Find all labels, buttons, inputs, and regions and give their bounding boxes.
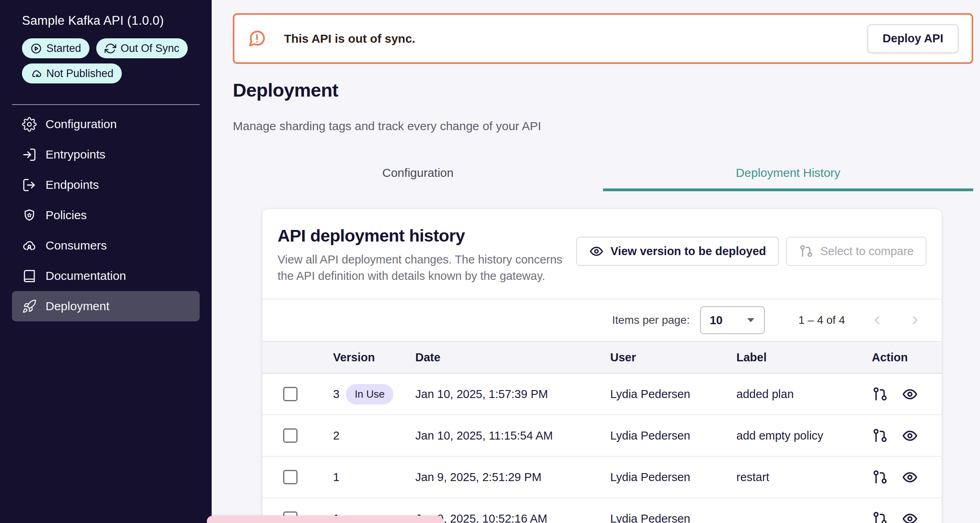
compare-icon[interactable] <box>872 428 888 444</box>
badge-label: Not Published <box>46 67 113 80</box>
compare-icon[interactable] <box>872 386 888 402</box>
row-checkbox[interactable] <box>283 387 298 401</box>
version-number: 3 <box>333 388 339 401</box>
deployment-user: Lydia Pedersen <box>610 388 736 401</box>
api-title: Sample Kafka API (1.0.0) <box>22 14 212 28</box>
dropdown-arrow-icon <box>746 317 755 323</box>
entry-arrow-icon <box>22 147 37 162</box>
gear-icon <box>22 117 37 132</box>
deployment-date: Jan 9, 2025, 2:51:29 PM <box>415 471 610 484</box>
version-number: 2 <box>333 429 339 442</box>
deployment-user: Lydia Pedersen <box>610 471 736 484</box>
table-row: 3In UseJan 10, 2025, 1:57:39 PMLydia Ped… <box>262 374 942 415</box>
eye-icon <box>589 244 604 259</box>
col-user: User <box>610 351 736 364</box>
alert-bubble-icon <box>248 29 266 48</box>
deployment-history-card: API deployment history View all API depl… <box>262 209 942 523</box>
sidebar-item-documentation[interactable]: Documentation <box>12 261 200 291</box>
chevron-left-icon[interactable] <box>871 313 883 327</box>
api-status-badge: Started <box>22 38 89 58</box>
col-version: Version <box>333 351 415 364</box>
deployment-user: Lydia Pedersen <box>610 429 736 442</box>
page-title: Deployment <box>233 79 973 101</box>
table-row: 1Jan 9, 2025, 2:51:29 PMLydia Pedersenre… <box>262 457 942 498</box>
sidebar-item-label: Deployment <box>46 299 109 313</box>
deployment-date: Jan 9, 2025, 10:52:16 AM <box>415 512 610 523</box>
tab-configuration[interactable]: Configuration <box>233 157 603 191</box>
table-header: Version Date User Label Action <box>262 341 942 374</box>
sidebar-item-label: Endpoints <box>46 178 99 192</box>
notification-toast <box>207 516 443 523</box>
row-checkbox[interactable] <box>283 470 298 484</box>
view-version-button[interactable]: View version to be deployed <box>576 237 779 266</box>
sidebar-item-endpoints[interactable]: Endpoints <box>12 170 200 200</box>
col-action: Action <box>872 351 942 364</box>
sidebar-item-deployment[interactable]: Deployment <box>12 291 200 321</box>
sidebar-item-policies[interactable]: Policies <box>12 200 200 230</box>
deployment-date: Jan 10, 2025, 11:15:54 AM <box>415 429 610 442</box>
compare-icon[interactable] <box>872 469 888 485</box>
deploy-api-button[interactable]: Deploy API <box>867 24 958 53</box>
sidebar-item-label: Policies <box>46 208 87 222</box>
pagination-bar: Items per page: 10 1 – 4 of 4 <box>262 299 942 341</box>
version-number: 1 <box>333 471 339 484</box>
card-title: API deployment history <box>278 226 576 246</box>
eye-icon[interactable] <box>902 386 918 402</box>
badge-label: Started <box>46 42 81 55</box>
eye-icon[interactable] <box>902 469 918 485</box>
api-status-badge: Out Of Sync <box>96 38 188 58</box>
table-body: 3In UseJan 10, 2025, 1:57:39 PMLydia Ped… <box>262 374 942 523</box>
rocket-icon <box>22 299 37 314</box>
page-subtitle: Manage sharding tags and track every cha… <box>233 119 973 133</box>
row-checkbox[interactable] <box>283 428 298 443</box>
deployment-user: Lydia Pedersen <box>610 512 736 523</box>
sidebar-item-label: Documentation <box>46 269 126 283</box>
deployment-label: added plan <box>736 388 872 401</box>
tab-bar: Configuration Deployment History <box>233 157 973 191</box>
badge-label: Out Of Sync <box>121 42 179 55</box>
col-date: Date <box>415 351 610 364</box>
api-status-badges: StartedOut Of SyncNot Published <box>22 38 196 83</box>
deployment-label: add empty policy <box>736 429 872 442</box>
sidebar-item-consumers[interactable]: Consumers <box>12 230 200 261</box>
pagination-range: 1 – 4 of 4 <box>798 314 845 327</box>
sidebar-item-label: Entrypoints <box>46 148 105 161</box>
card-header: API deployment history View all API depl… <box>262 209 942 299</box>
play-circle-icon <box>30 43 42 54</box>
out-of-sync-banner: This API is out of sync. Deploy API <box>233 13 973 64</box>
sync-icon <box>105 43 116 54</box>
page-size-value: 10 <box>710 314 722 327</box>
exit-arrow-icon <box>22 178 37 192</box>
api-sidebar: Sample Kafka API (1.0.0) StartedOut Of S… <box>0 0 212 523</box>
deployment-date: Jan 10, 2025, 1:57:39 PM <box>415 388 610 401</box>
deployment-history-table: Version Date User Label Action 3In UseJa… <box>262 341 942 523</box>
shield-star-icon <box>22 208 37 223</box>
pager <box>871 313 926 327</box>
tab-deployment-history[interactable]: Deployment History <box>603 157 973 191</box>
eye-icon[interactable] <box>902 428 918 444</box>
items-per-page-label: Items per page: <box>612 314 690 327</box>
book-icon <box>22 269 37 283</box>
card-description: View all API deployment changes. The his… <box>278 252 576 284</box>
sidebar-item-configuration[interactable]: Configuration <box>12 109 200 139</box>
sidebar-item-entrypoints[interactable]: Entrypoints <box>12 139 200 170</box>
compare-icon[interactable] <box>872 511 888 523</box>
sidebar-menu: ConfigurationEntrypointsEndpointsPolicie… <box>0 109 212 321</box>
main-content: This API is out of sync. Deploy API Depl… <box>212 0 980 523</box>
card-actions: View version to be deployed Select to co… <box>576 237 926 266</box>
chevron-right-icon[interactable] <box>909 313 921 327</box>
eye-icon[interactable] <box>902 511 918 523</box>
page-size-select[interactable]: 10 <box>700 306 765 334</box>
cloud-unpublished-icon <box>30 68 42 79</box>
compare-icon <box>799 244 813 259</box>
cloud-user-icon <box>22 238 37 253</box>
sidebar-divider <box>12 104 200 105</box>
sidebar-item-label: Configuration <box>46 117 117 131</box>
in-use-badge: In Use <box>346 384 393 404</box>
banner-message: This API is out of sync. <box>284 32 415 46</box>
select-to-compare-button[interactable]: Select to compare <box>786 237 926 266</box>
sidebar-item-label: Consumers <box>46 239 107 252</box>
table-row: 2Jan 10, 2025, 11:15:54 AMLydia Pedersen… <box>262 415 942 457</box>
api-status-badge: Not Published <box>22 63 122 83</box>
col-label: Label <box>736 351 872 364</box>
